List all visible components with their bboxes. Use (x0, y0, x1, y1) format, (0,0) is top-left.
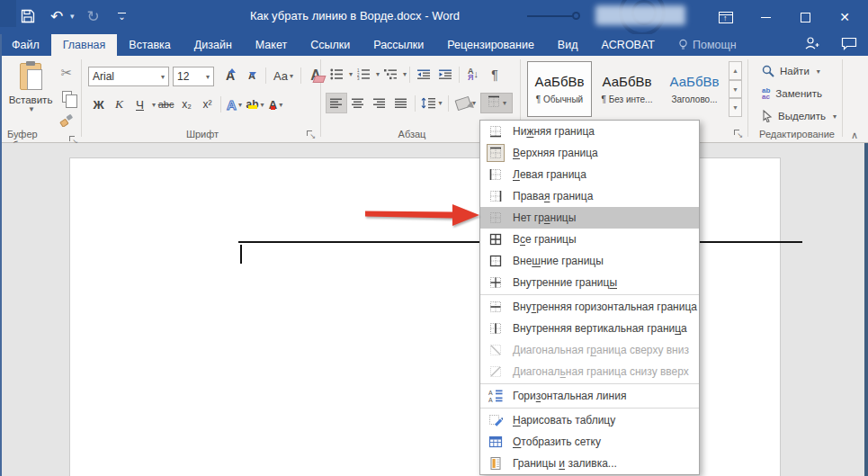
menu-item-horizontal-line[interactable]: AAГоризонтальная линия (480, 385, 699, 407)
menu-item-border-inside-h[interactable]: Внутренняя горизонтальная граница (480, 296, 699, 318)
font-color-dropdown-arrow[interactable]: ▾ (279, 101, 282, 109)
style-card-0[interactable]: АаБбВв¶ Обычный (527, 61, 592, 117)
select-dropdown-arrow[interactable]: ▾ (833, 112, 837, 121)
style-card-2[interactable]: АаБбВвЗаголово... (662, 61, 727, 117)
font-family-combobox[interactable]: Arial ▾ (88, 67, 169, 86)
borders-button[interactable]: ▾ (480, 93, 513, 113)
clear-formatting-button[interactable]: А (304, 65, 327, 86)
font-dialog-launcher-icon[interactable] (306, 130, 315, 139)
line-spacing-dropdown-arrow[interactable]: ▾ (438, 99, 442, 107)
align-center-button[interactable] (347, 93, 369, 113)
undo-dropdown-arrow[interactable]: ▾ (70, 12, 75, 21)
copy-button[interactable] (56, 86, 77, 106)
tab-10[interactable]: Помощн (667, 34, 748, 56)
change-case-dropdown-arrow[interactable]: ▾ (290, 72, 293, 80)
justify-button[interactable] (390, 93, 412, 113)
menu-item-draw-table[interactable]: Нарисовать таблицу (480, 409, 699, 431)
tab-7[interactable]: Рецензирование (435, 34, 546, 56)
align-left-button[interactable] (326, 93, 347, 113)
document-area[interactable] (0, 143, 868, 476)
styles-more-button[interactable]: ▼ (729, 98, 742, 117)
decrease-indent-button[interactable] (413, 64, 434, 85)
highlight-dropdown-arrow[interactable]: ▾ (261, 101, 264, 109)
font-color-button[interactable]: А▾ (265, 94, 286, 115)
replace-button[interactable]: abac Заменить (762, 87, 822, 100)
paste-dropdown-arrow[interactable]: ▼ (28, 105, 35, 113)
numbering-button[interactable]: 1 2 3 (353, 64, 374, 85)
menu-item-borders-shading[interactable]: Границы и заливка... (480, 453, 699, 474)
line-spacing-button[interactable]: ▾ (418, 93, 445, 113)
increase-indent-button[interactable] (434, 64, 456, 85)
menu-item-border-all[interactable]: Все границы (480, 229, 699, 250)
menu-item-border-bottom[interactable]: Нижняя граница (480, 121, 699, 142)
highlight-button[interactable]: ab▾ (245, 94, 265, 115)
tab-4[interactable]: Макет (244, 34, 299, 56)
tab-6[interactable]: Рассылки (362, 34, 435, 56)
ribbon-display-options-button[interactable] (706, 0, 746, 34)
superscript-button[interactable]: x² (197, 94, 218, 115)
menu-item-border-inside[interactable]: Внутренние границы (480, 272, 699, 293)
tab-5[interactable]: Ссылки (299, 34, 362, 56)
multilevel-dropdown-arrow[interactable]: ▾ (403, 70, 407, 78)
numbering-icon: 1 2 3 (357, 68, 371, 80)
change-case-button[interactable]: Aa ▾ (269, 65, 298, 86)
tab-2[interactable]: Вставка (117, 34, 182, 56)
shrink-font-button[interactable]: A (241, 65, 263, 86)
undo-button[interactable]: ↶ (47, 5, 67, 27)
font-size-combobox[interactable]: 12 ▾ (173, 67, 214, 86)
multilevel-list-button[interactable] (380, 64, 401, 85)
paste-button[interactable]: Вставить ▼ (7, 63, 54, 128)
align-right-button[interactable] (369, 93, 390, 113)
menu-item-label: Границы и заливка... (513, 457, 617, 470)
tab-3[interactable]: Дизайн (183, 34, 244, 56)
bold-button[interactable]: Ж (88, 94, 109, 115)
styles-scroll-down-button[interactable]: ▼ (729, 80, 742, 99)
find-button[interactable]: Найти ▾ (762, 65, 820, 77)
show-hide-marks-button[interactable]: ¶ (484, 64, 506, 85)
italic-button[interactable]: К (109, 94, 130, 115)
format-painter-button[interactable] (56, 110, 77, 130)
underline-button[interactable]: Ч (130, 94, 150, 115)
bullets-button[interactable] (326, 64, 347, 85)
grow-font-button[interactable]: A (219, 65, 241, 86)
cut-button[interactable]: ✂ (56, 63, 77, 83)
styles-scroll-up-button[interactable]: ▲ (729, 61, 742, 80)
strikethrough-button[interactable]: abc (156, 94, 176, 115)
shading-button[interactable]: ▾ (452, 93, 480, 113)
menu-item-view-gridlines[interactable]: Отобразить сетку (480, 431, 699, 453)
menu-item-border-top[interactable]: Верхняя граница (480, 142, 699, 164)
menu-item-border-none[interactable]: Нет границы (480, 207, 699, 229)
font-family-dropdown-arrow[interactable]: ▾ (161, 73, 165, 81)
maximize-button[interactable] (785, 0, 825, 34)
subscript-button[interactable]: x₂ (176, 94, 197, 115)
tab-9[interactable]: ACROBAT (589, 34, 667, 56)
text-effects-button[interactable]: А▾ (224, 94, 245, 115)
border-bottom-icon (487, 122, 505, 140)
tab-label: Вид (558, 39, 578, 51)
menu-item-label: Левая граница (513, 168, 586, 181)
close-button[interactable]: ✕ (825, 0, 864, 34)
find-dropdown-arrow[interactable]: ▾ (817, 67, 820, 76)
menu-item-border-inside-v[interactable]: Внутренняя вертикальная граница (480, 318, 699, 339)
tab-1[interactable]: Главная (51, 34, 118, 56)
tab-8[interactable]: Вид (546, 34, 590, 56)
menu-item-border-right[interactable]: Правая граница (480, 185, 699, 207)
bold-icon: Ж (93, 98, 103, 112)
borders-dropdown-arrow[interactable]: ▾ (503, 99, 506, 107)
comments-button[interactable] (841, 37, 857, 54)
save-button[interactable] (18, 5, 38, 27)
font-size-dropdown-arrow[interactable]: ▾ (206, 73, 210, 81)
menu-item-label: Нижняя граница (513, 125, 595, 138)
tab-file[interactable]: Файл (0, 34, 51, 56)
select-button[interactable]: Выделить ▾ (762, 110, 837, 122)
sort-button[interactable]: АЯ ↓ (462, 64, 484, 85)
customize-qat-button[interactable]: ⌄ (112, 5, 132, 27)
collapse-ribbon-button[interactable]: ∧ (846, 130, 863, 141)
minimize-button[interactable] (746, 0, 785, 34)
text-effects-dropdown-arrow[interactable]: ▾ (238, 101, 242, 109)
share-button[interactable] (803, 36, 819, 54)
menu-item-border-outside[interactable]: Внешние границы (480, 250, 699, 272)
menu-item-border-left[interactable]: Левая граница (480, 164, 699, 185)
styles-dialog-launcher-icon[interactable] (733, 129, 742, 138)
style-card-1[interactable]: АаБбВв¶ Без инте... (595, 61, 659, 117)
